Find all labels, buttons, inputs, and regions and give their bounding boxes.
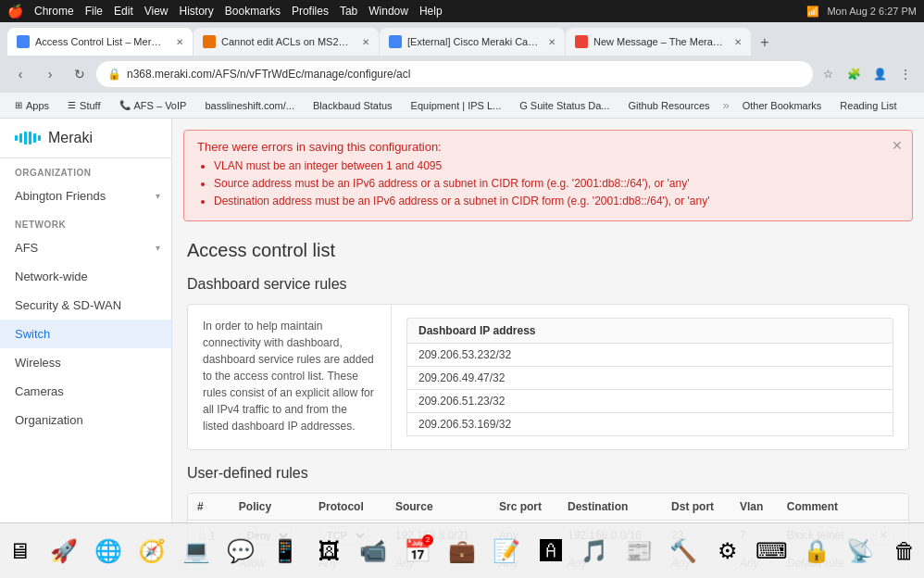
bookmark-afs-voip[interactable]: 📞 AFS – VoIP [112, 98, 194, 113]
dock-transmit[interactable]: 📡 [841, 531, 880, 572]
back-button[interactable]: ‹ [7, 61, 33, 87]
bookmark-bassline[interactable]: basslineshift.com/... [197, 98, 302, 113]
dock-trash[interactable]: 🗑 [885, 531, 924, 572]
cisco-bar-2 [19, 133, 22, 143]
org-name-text: Abington Friends [15, 189, 106, 203]
tab-1-close[interactable]: ✕ [176, 37, 183, 47]
bookmark-gsuite[interactable]: G Suite Status Da... [512, 98, 617, 113]
main-layout: Meraki ORGANIZATION Abington Friends ▾ N… [0, 119, 924, 578]
bookmark-star-icon[interactable]: ☆ [817, 63, 839, 85]
error-item-3: Destination address must be an IPv6 addr… [214, 193, 899, 210]
dock-slack[interactable]: 💼 [443, 531, 481, 572]
bookmark-github-label: Github Resources [628, 100, 709, 111]
cisco-bar-4 [29, 132, 31, 144]
sidebar-item-switch[interactable]: Switch [0, 320, 171, 348]
extensions-icon[interactable]: 🧩 [843, 63, 865, 85]
tab-3-title: [External] Cisco Meraki Case ... [407, 36, 539, 47]
col-src-port: Src port [490, 494, 558, 521]
tab-4[interactable]: New Message – The Meraki Co... ✕ [566, 28, 751, 56]
dock-vpn[interactable]: 🔒 [797, 531, 836, 572]
menu-edit[interactable]: Edit [114, 5, 133, 18]
col-comment: Comment [778, 494, 863, 521]
dock-chrome[interactable]: 🌐 [89, 531, 128, 572]
dock-launchpad[interactable]: 🚀 [44, 531, 83, 572]
dock-word[interactable]: 📝 [487, 531, 526, 572]
sidebar-item-security[interactable]: Security & SD-WAN [0, 291, 171, 320]
content-area: There were errors in saving this configu… [172, 119, 924, 578]
dock-finder[interactable]: 🖥 [0, 531, 39, 572]
dock-music[interactable]: 🎵 [576, 531, 615, 572]
bookmark-github[interactable]: Github Resources [620, 98, 717, 113]
dock-phone[interactable]: 📱 [266, 531, 305, 572]
reload-button[interactable]: ↻ [67, 61, 93, 87]
bookmark-afs-label: AFS – VoIP [134, 100, 187, 111]
dashboard-ip-row-1: 209.206.53.232/32 [406, 344, 893, 367]
bookmark-other[interactable]: Other Bookmarks [735, 98, 830, 113]
menu-tab[interactable]: Tab [340, 5, 357, 18]
dock-calendar[interactable]: 📅 2 [398, 531, 437, 572]
url-bar[interactable]: 🔒 n368.meraki.com/AFS/n/vFTrWdEc/manage/… [96, 61, 813, 87]
tab-2-close[interactable]: ✕ [362, 37, 369, 47]
bookmark-apps[interactable]: ⊞ Apps [7, 98, 56, 113]
sidebar-item-wireless[interactable]: Wireless [0, 348, 171, 377]
error-list: VLAN must be an integer between 1 and 40… [197, 157, 899, 211]
dock-vscode[interactable]: 💻 [177, 531, 216, 572]
apple-icon[interactable]: 🍎 [7, 4, 23, 19]
menu-file[interactable]: File [85, 5, 103, 18]
cisco-bar-1 [15, 135, 18, 141]
dock-settings[interactable]: ⚙ [708, 531, 747, 572]
dock-appstore[interactable]: 🅰 [531, 531, 570, 572]
dock-terminal[interactable]: ⌨ [753, 531, 792, 572]
bookmark-blackbaud[interactable]: Blackbaud Status [306, 98, 400, 113]
tab-3-close[interactable]: ✕ [548, 37, 556, 47]
col-vlan: Vlan [730, 494, 778, 521]
cisco-bar-5 [33, 133, 36, 143]
menu-window[interactable]: Window [368, 5, 408, 18]
tab-3[interactable]: [External] Cisco Meraki Case ... ✕ [380, 28, 565, 56]
menu-chrome[interactable]: Chrome [34, 5, 74, 18]
forward-button[interactable]: › [37, 61, 63, 87]
bookmark-reading-label: Reading List [840, 100, 896, 111]
dock-facetime[interactable]: 📹 [354, 531, 393, 572]
macos-topbar: 🍎 Chrome File Edit View History Bookmark… [0, 0, 924, 22]
bookmark-stuff[interactable]: ☰ Stuff [60, 98, 107, 113]
tab-1-favicon [17, 35, 30, 48]
bookmark-bassline-label: basslineshift.com/... [205, 100, 294, 111]
stuff-icon: ☰ [68, 100, 76, 110]
sidebar-item-network-wide[interactable]: Network-wide [0, 262, 171, 291]
menu-profiles[interactable]: Profiles [292, 5, 329, 18]
menu-help[interactable]: Help [419, 5, 443, 18]
error-close-button[interactable]: ✕ [892, 138, 903, 153]
sidebar-item-organization[interactable]: Organization [0, 406, 171, 434]
clock: Mon Aug 2 6:27 PM [827, 6, 917, 17]
url-text: n368.meraki.com/AFS/n/vFTrWdEc/manage/co… [127, 68, 410, 81]
bookmark-apps-label: Apps [26, 100, 49, 111]
dock-xcode[interactable]: 🔨 [664, 531, 703, 572]
menu-view[interactable]: View [144, 5, 169, 18]
tab-2[interactable]: Cannot edit ACLs on MS250 ... ✕ [194, 28, 379, 56]
sidebar-network-name[interactable]: AFS ▾ [0, 233, 171, 262]
cisco-bar-6 [38, 135, 41, 141]
new-tab-button[interactable]: + [752, 30, 778, 56]
sidebar-org-name[interactable]: Abington Friends ▾ [0, 182, 171, 210]
dock-messages[interactable]: 💬 [221, 531, 260, 572]
menu-dots-icon[interactable]: ⋮ [894, 63, 917, 85]
dock-news[interactable]: 📰 [619, 531, 658, 572]
bookmarks-divider: » [723, 98, 730, 112]
menu-bookmarks[interactable]: Bookmarks [225, 5, 281, 18]
dock-safari[interactable]: 🧭 [132, 531, 171, 572]
sidebar-item-cameras[interactable]: Cameras [0, 377, 171, 406]
address-bar: ‹ › ↻ 🔒 n368.meraki.com/AFS/n/vFTrWdEc/m… [0, 56, 924, 93]
col-dst-port: Dst port [662, 494, 730, 521]
dock-photos[interactable]: 🖼 [310, 531, 349, 572]
bookmark-reading[interactable]: Reading List [832, 98, 904, 113]
menu-bar: Chrome File Edit View History Bookmarks … [34, 5, 443, 18]
address-bar-actions: ☆ 🧩 👤 ⋮ [817, 63, 917, 85]
profile-icon[interactable]: 👤 [868, 63, 891, 85]
menu-history[interactable]: History [180, 5, 214, 18]
bookmark-stuff-label: Stuff [80, 100, 100, 111]
col-protocol: Protocol [309, 494, 386, 521]
bookmark-equipment[interactable]: Equipment | IPS L... [404, 98, 509, 113]
tab-4-close[interactable]: ✕ [734, 37, 742, 47]
tab-1[interactable]: Access Control List – Meraki D... ✕ [7, 28, 193, 56]
